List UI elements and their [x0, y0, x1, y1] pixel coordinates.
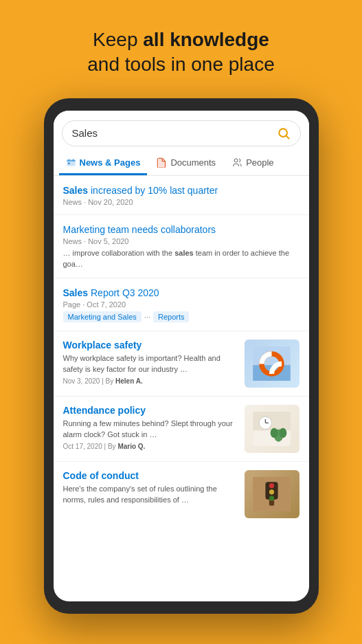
search-bar-container: Sales — [54, 111, 309, 146]
tab-documents[interactable]: Documents — [150, 152, 223, 175]
card-author-2: Mario Q. — [117, 443, 145, 450]
result-title-1: Sales increased by 10% last quarter — [63, 184, 299, 197]
card-desc-2: Running a few minutes behind? Slept thro… — [63, 419, 236, 440]
result-snippet-2: … improve collaboration with the sales t… — [63, 248, 299, 269]
svg-rect-2 — [67, 159, 76, 166]
result-meta-1: News · Nov 20, 2020 — [63, 198, 299, 206]
phone-wrapper: Sales News — [0, 98, 362, 614]
result-highlight-3: Sales — [63, 287, 89, 298]
result-highlight-1: Sales — [63, 185, 89, 196]
card-image-1 — [245, 340, 299, 388]
document-icon — [157, 157, 167, 168]
result-rest-2: Marketing team needs collaborators — [63, 224, 216, 235]
search-icon — [277, 126, 291, 140]
plant-illustration — [253, 412, 291, 446]
result-meta-2: News · Nov 5, 2020 — [63, 237, 299, 245]
card-desc-3: Here's the company's set of rules outlin… — [63, 484, 236, 505]
svg-point-17 — [279, 428, 286, 438]
phone-screen: Sales News — [54, 111, 309, 601]
card-meta-1: Nov 3, 2020 | By Helen A. — [63, 377, 236, 385]
result-item-2[interactable]: Marketing team needs collaborators News … — [54, 215, 309, 278]
tabs-container: News & Pages Documents — [54, 146, 309, 176]
result-title-2: Marketing team needs collaborators — [63, 223, 299, 236]
search-input[interactable]: Sales — [72, 127, 271, 139]
svg-point-5 — [234, 159, 238, 162]
svg-line-1 — [286, 136, 289, 139]
result-item-1[interactable]: Sales increased by 10% last quarter News… — [54, 176, 309, 215]
card-image-2 — [245, 405, 299, 453]
svg-point-24 — [269, 496, 274, 500]
search-bar: Sales — [62, 120, 301, 146]
svg-point-16 — [271, 428, 278, 438]
card-text-3: Code of conduct Here's the company's set… — [63, 470, 236, 518]
tag-dots: ··· — [144, 313, 150, 321]
card-result-attendance[interactable]: Attendance policy Running a few minutes … — [54, 397, 309, 462]
card-title-2: Attendance policy — [63, 405, 236, 416]
tab-people-label: People — [246, 157, 273, 168]
result-title-3: Sales Report Q3 2020 — [63, 287, 299, 299]
result-item-3[interactable]: Sales Report Q3 2020 Page · Oct 7, 2020 … — [54, 278, 309, 331]
card-meta-sep-2: | By — [104, 443, 118, 450]
hero-line1-normal: Keep — [93, 29, 143, 50]
card-text-2: Attendance policy Running a few minutes … — [63, 405, 236, 453]
svg-rect-4 — [159, 158, 166, 167]
card-text-1: Workplace safety Why workplace safety is… — [63, 340, 236, 388]
card-title-3: Code of conduct — [63, 470, 236, 481]
svg-point-23 — [269, 489, 274, 494]
results-list: Sales increased by 10% last quarter News… — [54, 176, 309, 601]
card-desc-1: Why workplace safety is important? Healt… — [63, 353, 236, 375]
snippet-bold: sales — [174, 249, 194, 257]
result-rest-3: Report Q3 2020 — [88, 287, 159, 298]
card-title-1: Workplace safety — [63, 340, 236, 351]
hero-title: Keep all knowledge and tools in one plac… — [14, 27, 348, 78]
result-meta-3: Page · Oct 7, 2020 — [63, 300, 299, 309]
card-meta-sep-1: | By — [102, 377, 115, 385]
hero-line1-bold: all knowledge — [143, 29, 269, 50]
conduct-illustration — [253, 477, 291, 511]
people-icon — [232, 157, 242, 168]
tab-news-pages-label: News & Pages — [80, 157, 141, 168]
hero-line2: and tools in one place — [87, 54, 274, 75]
card-author-1: Helen A. — [115, 377, 143, 385]
card-image-3 — [245, 470, 299, 518]
svg-point-3 — [68, 162, 70, 164]
search-button[interactable] — [277, 126, 291, 140]
tag-marketing-sales[interactable]: Marketing and Sales — [63, 311, 142, 322]
lifesaver-illustration — [253, 346, 291, 381]
news-icon — [66, 157, 76, 168]
card-meta-2: Oct 17, 2020 | By Mario Q. — [63, 443, 236, 450]
snippet-before: … improve collaboration with the — [63, 249, 175, 257]
tag-reports[interactable]: Reports — [153, 311, 190, 322]
tab-documents-label: Documents — [170, 157, 216, 168]
card-date-1: Nov 3, 2020 — [63, 377, 100, 385]
phone-frame: Sales News — [44, 98, 319, 614]
result-rest-1: increased by 10% last quarter — [88, 185, 218, 196]
hero-section: Keep all knowledge and tools in one plac… — [0, 0, 362, 91]
svg-point-11 — [259, 417, 271, 429]
svg-point-22 — [269, 483, 274, 488]
card-date-2: Oct 17, 2020 — [63, 443, 102, 450]
tab-news-pages[interactable]: News & Pages — [59, 152, 148, 175]
card-result-workplace-safety[interactable]: Workplace safety Why workplace safety is… — [54, 331, 309, 397]
tab-people[interactable]: People — [225, 152, 280, 175]
card-result-conduct[interactable]: Code of conduct Here's the company's set… — [54, 462, 309, 526]
result-tags-3: Marketing and Sales ··· Reports — [63, 311, 299, 322]
